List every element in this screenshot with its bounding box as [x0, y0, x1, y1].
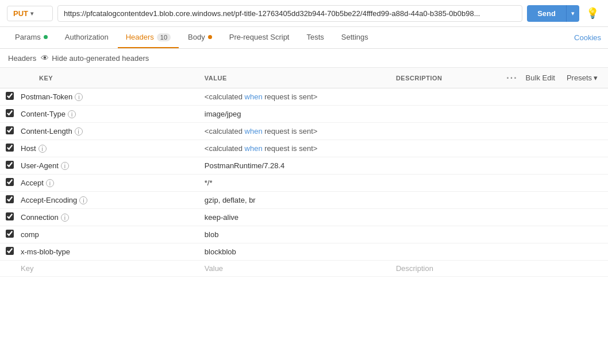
row-actions-cell	[499, 123, 608, 140]
table-row: User-AgentiPostmanRuntime/7.28.4	[0, 157, 608, 175]
hide-auto-label: Hide auto-generated headers	[52, 54, 149, 63]
row-value-text: image/jpeg	[205, 110, 241, 118]
row-value-text: */*	[205, 179, 213, 187]
table-row: x-ms-blob-typeblockblob	[0, 243, 608, 261]
tab-tests-label: Tests	[306, 33, 324, 41]
tab-prerequest[interactable]: Pre-request Script	[221, 27, 298, 48]
row-checkbox-6[interactable]	[6, 195, 14, 203]
row-key-cell: comp	[14, 226, 198, 243]
row-check-cell	[0, 175, 14, 192]
row-checkbox-0[interactable]	[6, 92, 14, 100]
method-label: PUT	[13, 9, 28, 18]
tab-body-label: Body	[188, 33, 205, 41]
row-value-cell: gzip, deflate, br	[198, 192, 389, 209]
sub-header: Headers 👁 Hide auto-generated headers	[0, 49, 608, 68]
eye-icon: 👁	[41, 53, 49, 63]
settings-icon-button[interactable]: 💡	[584, 5, 601, 22]
tab-headers[interactable]: Headers 10	[118, 27, 179, 48]
row-value-cell: PostmanRuntime/7.28.4	[198, 157, 389, 175]
row-desc-cell	[389, 140, 499, 157]
placeholder-row: Key Value Description	[0, 261, 608, 277]
row-value-cell: blockblob	[198, 243, 389, 261]
row-actions-cell	[499, 175, 608, 192]
placeholder-value[interactable]: Value	[198, 261, 389, 277]
row-info-icon[interactable]: i	[61, 162, 69, 170]
row-info-icon[interactable]: i	[75, 127, 83, 135]
desc-col-header: DESCRIPTION	[389, 68, 499, 88]
row-info-icon[interactable]: i	[68, 110, 76, 118]
check-col-header	[0, 68, 14, 88]
subheader-title: Headers	[8, 54, 36, 63]
table-row: Accepti*/*	[0, 175, 608, 192]
lightbulb-icon: 💡	[586, 7, 599, 19]
tab-authorization-label: Authorization	[65, 33, 109, 41]
row-value-cell: blob	[198, 226, 389, 243]
row-desc-cell	[389, 157, 499, 175]
row-key-name: Accept-Encoding	[21, 196, 77, 204]
row-checkbox-5[interactable]	[6, 178, 14, 186]
row-actions-cell	[499, 243, 608, 261]
row-checkbox-9[interactable]	[6, 247, 14, 255]
bulk-edit-button[interactable]: Bulk Edit	[522, 72, 559, 83]
row-checkbox-2[interactable]	[6, 126, 14, 134]
row-desc-cell	[389, 123, 499, 140]
row-value-text: PostmanRuntime/7.28.4	[205, 161, 284, 170]
row-info-icon[interactable]: i	[75, 93, 83, 101]
tab-params-label: Params	[15, 33, 41, 41]
row-value-cell: <calculated when request is sent>	[198, 88, 389, 106]
method-select[interactable]: PUT ▾	[7, 6, 53, 21]
table-row: Connectionikeep-alive	[0, 209, 608, 226]
row-value-text: blockblob	[205, 247, 236, 256]
headers-tbody: Postman-Tokeni<calculated when request i…	[0, 88, 608, 277]
tab-authorization[interactable]: Authorization	[57, 27, 117, 48]
more-options-icon[interactable]: ···	[506, 73, 517, 83]
row-check-cell	[0, 209, 14, 226]
row-check-cell	[0, 123, 14, 140]
row-checkbox-3[interactable]	[6, 144, 14, 152]
tab-settings[interactable]: Settings	[333, 27, 376, 48]
row-checkbox-7[interactable]	[6, 212, 14, 220]
row-value-cell: <calculated when request is sent>	[198, 123, 389, 140]
row-info-icon[interactable]: i	[61, 214, 69, 222]
row-actions-cell	[499, 226, 608, 243]
row-value-text: blob	[205, 230, 219, 239]
tab-prerequest-label: Pre-request Script	[229, 33, 290, 41]
row-checkbox-1[interactable]	[6, 109, 14, 117]
url-input[interactable]	[57, 5, 522, 22]
row-value-text: <calculated when request is sent>	[205, 92, 318, 101]
row-info-icon[interactable]: i	[39, 145, 47, 153]
row-actions-cell	[499, 157, 608, 175]
table-row: Content-Lengthi<calculated when request …	[0, 123, 608, 140]
placeholder-key[interactable]: Key	[14, 261, 198, 277]
placeholder-desc[interactable]: Description	[389, 261, 499, 277]
send-dropdown-button[interactable]: ▾	[566, 5, 579, 22]
tab-params[interactable]: Params	[7, 27, 56, 48]
cookies-link[interactable]: Cookies	[574, 33, 601, 42]
presets-button[interactable]: Presets ▾	[563, 72, 601, 83]
row-key-name: Postman-Token	[21, 92, 72, 101]
row-check-cell	[0, 192, 14, 209]
row-key-cell: User-Agenti	[14, 157, 198, 175]
value-col-header: VALUE	[198, 68, 389, 88]
row-key-cell: Postman-Tokeni	[14, 88, 198, 106]
row-checkbox-8[interactable]	[6, 230, 14, 238]
row-check-cell	[0, 226, 14, 243]
hide-auto-headers-button[interactable]: 👁 Hide auto-generated headers	[41, 53, 149, 63]
row-key-name: Host	[21, 144, 36, 153]
table-header: KEY VALUE DESCRIPTION ··· Bulk Edit Pres…	[0, 68, 608, 88]
row-checkbox-4[interactable]	[6, 161, 14, 169]
row-info-icon[interactable]: i	[46, 179, 54, 187]
tab-settings-label: Settings	[341, 33, 368, 41]
row-actions-cell	[499, 88, 608, 106]
send-button[interactable]: Send	[527, 5, 566, 22]
row-value-cell: <calculated when request is sent>	[198, 140, 389, 157]
tab-body[interactable]: Body	[180, 27, 220, 48]
row-actions-cell	[499, 192, 608, 209]
row-value-text: <calculated when request is sent>	[205, 127, 318, 135]
row-value-cell: keep-alive	[198, 209, 389, 226]
row-value-text: keep-alive	[205, 213, 238, 222]
row-info-icon[interactable]: i	[79, 196, 87, 204]
placeholder-actions	[499, 261, 608, 277]
tab-headers-label: Headers	[126, 33, 154, 41]
tab-tests[interactable]: Tests	[298, 27, 332, 48]
